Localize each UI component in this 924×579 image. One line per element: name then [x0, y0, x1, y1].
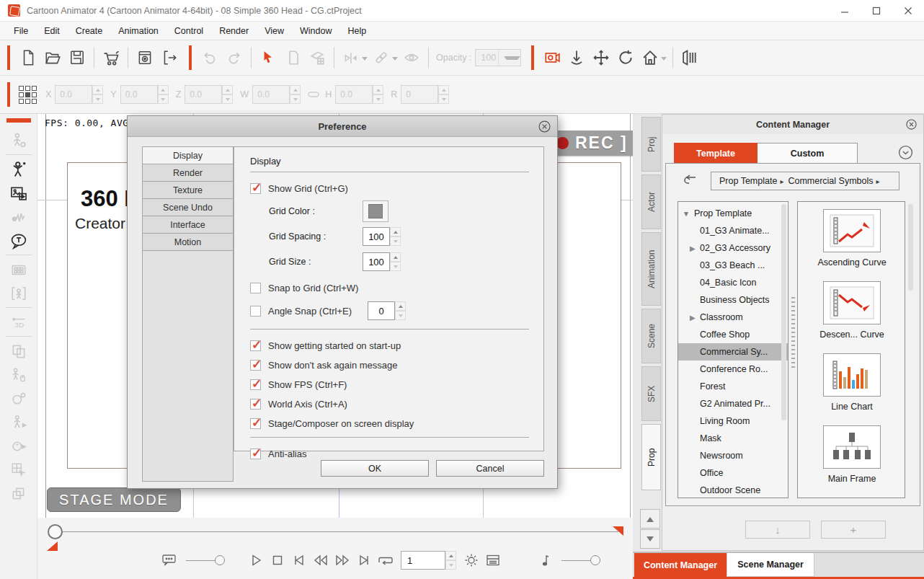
- spin-up[interactable]: [373, 85, 383, 94]
- tree-item[interactable]: 03_G3 Beach ...: [678, 257, 788, 274]
- splitter-handle[interactable]: [791, 297, 795, 369]
- flip-icon[interactable]: [339, 45, 363, 70]
- tab-prop[interactable]: Prop: [641, 424, 661, 490]
- tree-item[interactable]: Mask: [678, 430, 788, 447]
- close-icon[interactable]: [906, 119, 917, 130]
- walk-actor-icon[interactable]: [4, 410, 33, 434]
- actor-frame-icon[interactable]: [4, 281, 33, 305]
- link-wh-icon[interactable]: [308, 90, 319, 99]
- ok-button[interactable]: OK: [321, 460, 429, 477]
- grid-size-input[interactable]: 100: [363, 252, 390, 271]
- go-start-icon[interactable]: [288, 549, 310, 571]
- stage-composer-checkbox-row[interactable]: Stage/Composer on screen display: [250, 417, 529, 430]
- checkbox-checked[interactable]: [250, 183, 261, 194]
- menu-create[interactable]: Create: [68, 26, 111, 36]
- content-store-icon[interactable]: [99, 45, 123, 70]
- rewind-icon[interactable]: [310, 549, 332, 571]
- new-project-icon[interactable]: [16, 45, 40, 70]
- pin-down-icon[interactable]: [564, 45, 589, 70]
- show-grid-checkbox-row[interactable]: Show Grid (Ctrl+G): [250, 182, 529, 195]
- stop-icon[interactable]: [267, 549, 288, 571]
- frame-number-input[interactable]: 1: [401, 551, 445, 570]
- spin-up[interactable]: [395, 301, 406, 311]
- spin-down[interactable]: [92, 94, 103, 104]
- loop-icon[interactable]: [375, 549, 396, 571]
- audio-slider-handle[interactable]: [590, 555, 600, 565]
- tree-item-selected[interactable]: Commercial Sy...: [678, 343, 788, 361]
- getting-started-checkbox-row[interactable]: Show getting started on start-up: [250, 340, 529, 352]
- menu-window[interactable]: Window: [292, 26, 339, 36]
- link-icon[interactable]: [369, 45, 394, 70]
- audio-icon[interactable]: [4, 205, 33, 229]
- layout-grid-icon[interactable]: [19, 86, 37, 104]
- spin-down[interactable]: [222, 94, 233, 104]
- go-end-icon[interactable]: [353, 549, 375, 571]
- thumbnail-ascending-curve[interactable]: Ascending Curve: [798, 202, 905, 274]
- breadcrumb-item[interactable]: Commercial Symbols: [788, 176, 873, 186]
- spin-up[interactable]: [445, 551, 456, 560]
- spin-up[interactable]: [438, 85, 449, 94]
- undo-icon[interactable]: [197, 45, 222, 70]
- spin-up[interactable]: [390, 227, 401, 237]
- render-list-icon[interactable]: [482, 549, 504, 571]
- show-fps-checkbox-row[interactable]: Show FPS (Ctrl+F): [250, 379, 529, 391]
- checkbox-checked[interactable]: [250, 399, 261, 410]
- audio-slider-track[interactable]: [561, 560, 593, 561]
- tree-item[interactable]: Business Objects: [678, 291, 788, 309]
- maximize-icon[interactable]: [861, 0, 892, 21]
- anti-alias-checkbox-row[interactable]: Anti-alias: [250, 448, 529, 460]
- checkbox-checked[interactable]: [250, 418, 261, 429]
- tab-scene-manager[interactable]: Scene Manager: [727, 553, 814, 577]
- tree-item[interactable]: Conference Ro...: [678, 361, 788, 378]
- collapse-chevron-icon[interactable]: [898, 145, 913, 160]
- tabs-scroll-up-button[interactable]: [640, 509, 660, 529]
- timeline-start-marker[interactable]: [47, 542, 58, 551]
- breadcrumb-item[interactable]: Prop Template: [719, 176, 777, 186]
- 3d-view-icon[interactable]: 3D: [4, 310, 33, 334]
- tree-item[interactable]: ▶Classroom: [678, 309, 788, 326]
- spin-down[interactable]: [290, 94, 301, 104]
- y-input[interactable]: 0.0: [120, 85, 158, 104]
- cancel-button[interactable]: Cancel: [436, 460, 544, 477]
- grid-color-button[interactable]: [363, 200, 388, 222]
- dialog-tab-display[interactable]: Display: [143, 147, 233, 164]
- opacity-select[interactable]: 100: [475, 49, 521, 66]
- z-input[interactable]: 0.0: [185, 85, 222, 104]
- spin-up[interactable]: [158, 85, 169, 94]
- download-button[interactable]: ↓: [745, 521, 810, 539]
- dont-ask-checkbox-row[interactable]: Show don't ask again message: [250, 359, 529, 371]
- tree-item[interactable]: Office: [678, 464, 788, 482]
- save-project-icon[interactable]: [65, 45, 89, 70]
- timeline-handle[interactable]: [48, 524, 63, 539]
- grid-spacing-input[interactable]: 100: [363, 227, 390, 246]
- tree-item[interactable]: 04_Basic Icon: [678, 274, 788, 291]
- checkbox-unchecked[interactable]: [250, 283, 261, 293]
- minimize-icon[interactable]: [829, 0, 861, 21]
- thumbnails-scrollbar[interactable]: [908, 204, 913, 291]
- tab-custom[interactable]: Custom: [758, 143, 858, 164]
- paint-fill-icon[interactable]: [305, 45, 329, 70]
- tree-item[interactable]: Living Room: [678, 412, 788, 430]
- tree-item[interactable]: Forest: [678, 378, 788, 395]
- tree-item[interactable]: Coffee Shop: [678, 326, 788, 343]
- face-puppet-icon[interactable]: [4, 386, 33, 410]
- menu-file[interactable]: File: [6, 26, 36, 36]
- move-icon[interactable]: [589, 45, 613, 70]
- spin-down[interactable]: [158, 94, 169, 104]
- caption-slider-handle[interactable]: [215, 555, 225, 565]
- tabs-scroll-down-button[interactable]: [640, 529, 660, 549]
- spin-up[interactable]: [390, 252, 401, 262]
- layers-icon[interactable]: [4, 482, 33, 505]
- tab-sfx[interactable]: SFX: [641, 366, 661, 421]
- checkbox-checked[interactable]: [250, 448, 261, 459]
- actor-setup-icon[interactable]: [4, 128, 33, 152]
- redo-icon[interactable]: [222, 45, 246, 70]
- tab-project[interactable]: Proj: [641, 117, 661, 172]
- spin-down[interactable]: [395, 311, 406, 320]
- snap-to-grid-checkbox-row[interactable]: Snap to Grid (Ctrl+W): [250, 282, 529, 294]
- close-icon[interactable]: [892, 0, 924, 21]
- tree-scrollbar[interactable]: [781, 204, 786, 420]
- tree-item[interactable]: Outdoor Scene: [678, 482, 788, 498]
- audio-note-icon[interactable]: [534, 549, 556, 571]
- create-media-icon[interactable]: [4, 181, 33, 205]
